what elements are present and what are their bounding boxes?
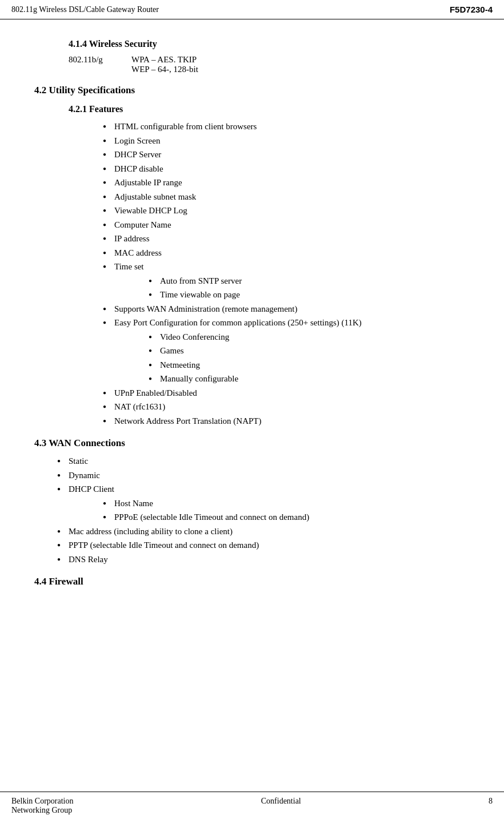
section-wan-connections: 4.3 WAN Connections Static Dynamic DHCP … [34, 438, 470, 566]
list-item: Host Name [103, 497, 470, 510]
list-item: PPPoE (selectable Idle Timeout and conne… [103, 511, 470, 524]
list-item: Static [57, 455, 470, 468]
list-item: Time viewable on page [149, 288, 470, 301]
list-item: Games [149, 344, 470, 357]
page-header: 802.11g Wireless DSL/Cable Gateway Route… [0, 0, 504, 19]
spec-wep: WEP – 64-, 128-bit [131, 65, 198, 74]
list-item: Adjustable IP range [103, 176, 470, 189]
header-left: 802.11g Wireless DSL/Cable Gateway Route… [11, 5, 159, 14]
spec-values-wireless: WPA – AES. TKIP WEP – 64-, 128-bit [131, 55, 198, 74]
time-set-sublist: Auto from SNTP server Time viewable on p… [149, 275, 470, 301]
spec-label-80211bg: 802.11b/g [69, 55, 114, 74]
dhcp-sublist: Host Name PPPoE (selectable Idle Timeout… [103, 497, 470, 524]
section-wireless-security: 4.1.4 Wireless Security 802.11b/g WPA – … [34, 39, 470, 74]
spec-wpa: WPA – AES. TKIP [131, 55, 198, 65]
list-item: Supports WAN Administration (remote mana… [103, 303, 470, 316]
port-config-sublist: Video Conferencing Games Netmeeting Manu… [149, 331, 470, 385]
list-item: DNS Relay [57, 553, 470, 566]
list-item: Dynamic [57, 469, 470, 482]
list-item-time-set: Time set Auto from SNTP server Time view… [103, 260, 470, 301]
list-item: Adjustable subnet mask [103, 190, 470, 204]
list-item-dhcp-client: DHCP Client Host Name PPPoE (selectable … [57, 483, 470, 524]
list-item: Viewable DHCP Log [103, 204, 470, 217]
list-item: DHCP disable [103, 162, 470, 176]
section-title-utility: 4.2 Utility Specifications [34, 85, 470, 96]
spec-row-wireless: 802.11b/g WPA – AES. TKIP WEP – 64-, 128… [69, 55, 470, 74]
section-title-wan: 4.3 WAN Connections [34, 438, 470, 449]
list-item: MAC address [103, 246, 470, 260]
section-title-features: 4.2.1 Features [69, 104, 470, 114]
section-title-wireless-security: 4.1.4 Wireless Security [69, 39, 470, 49]
footer-group: Networking Group [11, 806, 74, 815]
footer-left: Belkin Corporation Networking Group [11, 797, 74, 815]
list-item: Network Address Port Translation (NAPT) [103, 415, 470, 428]
list-item: Computer Name [103, 218, 470, 232]
list-item: Login Screen [103, 134, 470, 148]
list-item: Netmeeting [149, 359, 470, 372]
header-right: F5D7230-4 [450, 5, 493, 14]
list-item: Auto from SNTP server [149, 275, 470, 288]
list-item: DHCP Server [103, 148, 470, 161]
footer-page-number: 8 [489, 797, 493, 815]
page-content: 4.1.4 Wireless Security 802.11b/g WPA – … [0, 19, 504, 639]
list-item: IP address [103, 232, 470, 245]
list-item: PPTP (selectable Idle Timeout and connec… [57, 539, 470, 552]
footer-confidential: Confidential [261, 797, 301, 815]
section-utility-specs: 4.2 Utility Specifications 4.2.1 Feature… [34, 85, 470, 427]
features-list: HTML configurable from client browsers L… [103, 120, 470, 427]
page-footer: Belkin Corporation Networking Group Conf… [0, 792, 504, 820]
footer-company: Belkin Corporation [11, 797, 74, 806]
section-firewall: 4.4 Firewall [34, 576, 470, 587]
list-item: UPnP Enabled/Disabled [103, 387, 470, 400]
list-item-easy-port: Easy Port Configuration for common appli… [103, 316, 470, 385]
wan-list: Static Dynamic DHCP Client Host Name PPP… [57, 455, 470, 566]
list-item: Mac address (including ability to clone … [57, 525, 470, 538]
list-item: NAT (rfc1631) [103, 400, 470, 413]
list-item: HTML configurable from client browsers [103, 120, 470, 133]
section-features: 4.2.1 Features HTML configurable from cl… [34, 104, 470, 427]
list-item: Manually configurable [149, 372, 470, 385]
list-item: Video Conferencing [149, 331, 470, 344]
section-title-firewall: 4.4 Firewall [34, 576, 470, 587]
